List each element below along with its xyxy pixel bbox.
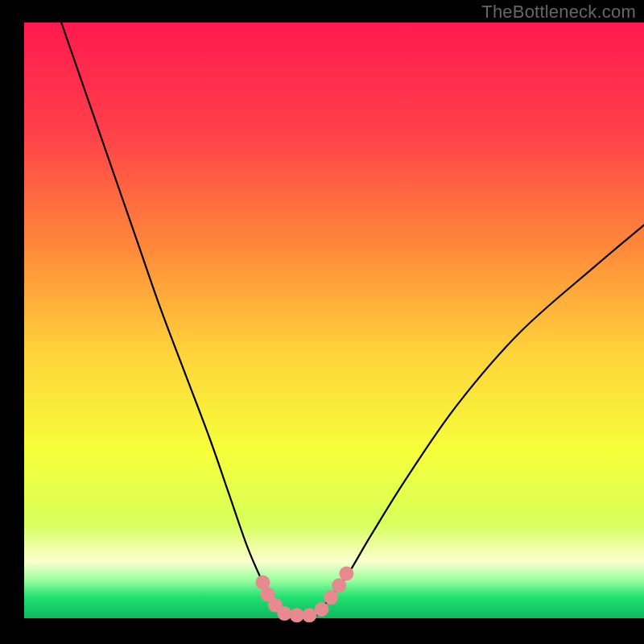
marker-dot: [302, 608, 316, 622]
marker-dot: [339, 567, 353, 581]
plot-background: [24, 23, 644, 618]
marker-dot: [277, 606, 291, 621]
chart-stage: TheBottleneck.com: [0, 0, 644, 644]
marker-dot: [315, 602, 329, 617]
marker-dot: [324, 590, 338, 605]
marker-dot: [290, 608, 304, 622]
bottleneck-chart: [0, 0, 644, 644]
watermark-text: TheBottleneck.com: [481, 2, 636, 23]
